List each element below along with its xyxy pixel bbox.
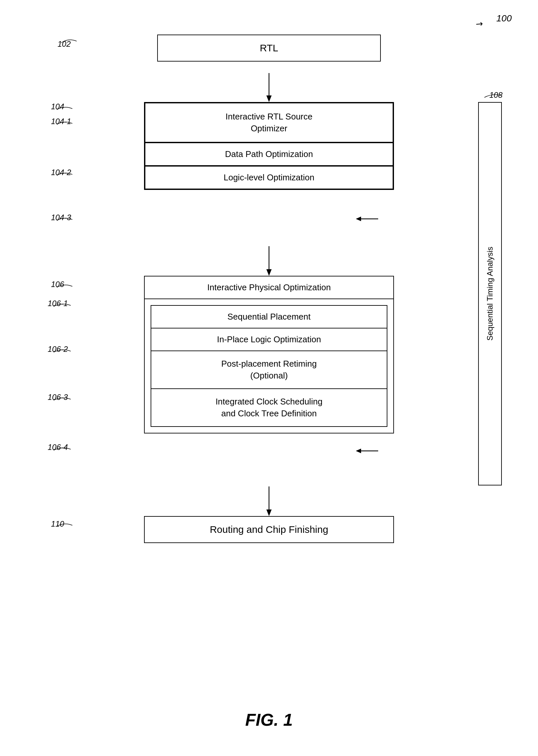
routing-box: Routing and Chip Finishing: [144, 516, 394, 543]
rtl-box: RTL: [157, 34, 381, 62]
ref-106: 106: [51, 280, 64, 289]
svg-marker-19: [356, 449, 361, 453]
ref-104-2: 104-2: [51, 168, 71, 177]
ref-102: 102: [58, 39, 71, 49]
ref-106-1: 106-1: [48, 299, 68, 308]
ref-106-3: 106-3: [48, 393, 68, 402]
sequential-placement-box: Sequential Placement: [151, 306, 387, 329]
data-path-box: Data Path Optimization: [145, 143, 393, 166]
integrated-clock-box: Integrated Clock Schedulingand Clock Tre…: [151, 389, 387, 426]
physical-opt-label: Interactive Physical Optimization: [145, 277, 393, 299]
diagram-container: 100 ↙ RTL 102 Interactive RTL SourceOpti…: [0, 0, 538, 756]
side-bar-label: Sequential Timing Analysis: [485, 247, 495, 341]
figure-ref: 100: [496, 13, 512, 24]
ref-104: 104: [51, 102, 64, 111]
ref-110: 110: [51, 519, 64, 529]
ref-108: 108: [489, 91, 503, 100]
figure-caption: FIG. 1: [245, 710, 293, 730]
logic-level-box: Logic-level Optimization: [145, 166, 393, 189]
ref-104-3: 104-3: [51, 213, 71, 222]
figure-ref-arrow: ↙: [473, 18, 485, 31]
source-optimizer-group: Interactive RTL SourceOptimizer Data Pat…: [144, 102, 394, 190]
ref-104-1: 104-1: [51, 117, 71, 126]
interactive-rtl-box: Interactive RTL SourceOptimizer: [145, 103, 393, 143]
svg-marker-5: [266, 510, 272, 516]
ref-106-4: 106-4: [48, 443, 68, 452]
svg-marker-3: [266, 269, 272, 276]
svg-marker-11: [356, 217, 361, 221]
svg-marker-1: [266, 95, 272, 102]
post-placement-box: Post-placement Retiming(Optional): [151, 351, 387, 389]
sequential-timing-bar: Sequential Timing Analysis: [478, 102, 502, 485]
physical-opt-group: Interactive Physical Optimization Sequen…: [144, 276, 394, 433]
ref-106-2: 106-2: [48, 345, 68, 354]
in-place-logic-box: In-Place Logic Optimization: [151, 329, 387, 351]
